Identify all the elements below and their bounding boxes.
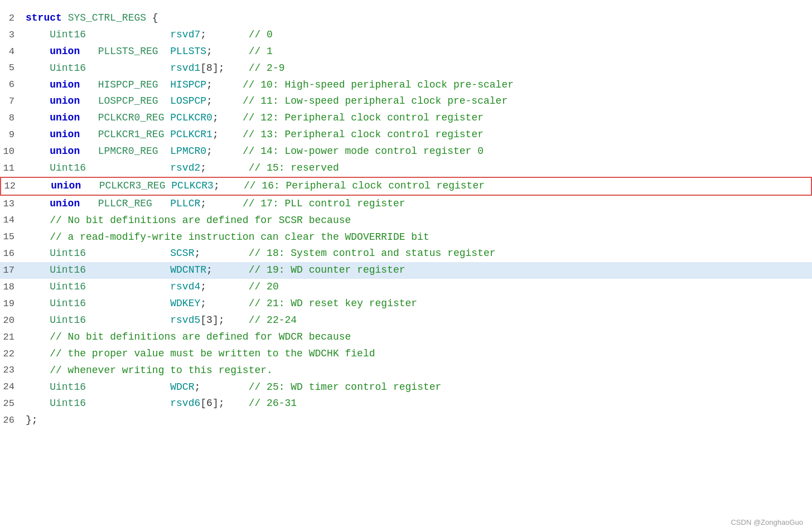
line-content: union LPMCR0_REG LPMCR0; // 14: Low-powe… — [21, 144, 812, 159]
table-row: 14 // No bit definitions are defined for… — [0, 212, 812, 229]
line-number: 19 — [0, 297, 21, 311]
table-row: 24 Uint16 WDCR; // 25: WD timer control … — [0, 379, 812, 396]
line-content: union HISPCP_REG HISPCP; // 10: High-spe… — [21, 78, 812, 93]
line-number: 5 — [0, 61, 21, 75]
table-row: 26}; — [0, 412, 812, 429]
table-row: 3 Uint16 rsvd7; // 0 — [0, 27, 812, 43]
line-number: 16 — [0, 246, 21, 261]
line-content: Uint16 SCSR; // 18: System control and s… — [21, 246, 812, 262]
code-container: 2struct SYS_CTRL_REGS {3 Uint16 rsvd7; /… — [0, 6, 812, 527]
table-row: 18 Uint16 rsvd4; // 20 — [0, 279, 812, 296]
table-row: 21 // No bit definitions are defined for… — [0, 329, 812, 346]
line-content: Uint16 rsvd1[8]; // 2-9 — [21, 61, 812, 76]
line-number: 26 — [0, 413, 21, 428]
line-number: 23 — [0, 363, 21, 378]
line-number: 9 — [0, 128, 21, 142]
line-number: 22 — [0, 347, 21, 361]
line-content: Uint16 rsvd6[6]; // 26-31 — [21, 396, 812, 412]
table-row: 6 union HISPCP_REG HISPCP; // 10: High-s… — [0, 77, 812, 94]
line-number: 11 — [0, 161, 21, 176]
line-number: 12 — [1, 179, 22, 194]
table-row: 17 Uint16 WDCNTR; // 19: WD counter regi… — [0, 262, 812, 279]
line-content: Uint16 WDCNTR; // 19: WD counter registe… — [21, 263, 812, 278]
table-row: 4 union PLLSTS_REG PLLSTS; // 1 — [0, 43, 812, 60]
line-content: union PLLSTS_REG PLLSTS; // 1 — [21, 44, 812, 60]
line-number: 17 — [0, 263, 21, 278]
line-number: 4 — [0, 45, 21, 59]
line-content: union PCLKCR0_REG PCLKCR0; // 12: Periph… — [21, 110, 812, 126]
table-row: 8 union PCLKCR0_REG PCLKCR0; // 12: Peri… — [0, 110, 812, 127]
table-row: 20 Uint16 rsvd5[3]; // 22-24 — [0, 312, 812, 329]
line-number: 13 — [0, 197, 21, 211]
table-row: 25 Uint16 rsvd6[6]; // 26-31 — [0, 395, 812, 412]
line-content: // No bit definitions are defined for SC… — [21, 213, 812, 229]
table-row: 15 // a read-modify-write instruction ca… — [0, 229, 812, 246]
line-number: 25 — [0, 397, 21, 411]
table-row: 23 // whenever writing to this register. — [0, 362, 812, 379]
line-content: // No bit definitions are defined for WD… — [21, 330, 812, 345]
table-row: 12 union PCLKCR3_REG PCLKCR3; // 16: Per… — [0, 177, 812, 196]
line-number: 2 — [0, 11, 21, 26]
line-content: Uint16 WDKEY; // 21: WD reset key regist… — [21, 296, 812, 312]
table-row: 19 Uint16 WDKEY; // 21: WD reset key reg… — [0, 296, 812, 312]
line-number: 18 — [0, 280, 21, 294]
line-number: 24 — [0, 380, 21, 394]
line-content: Uint16 rsvd5[3]; // 22-24 — [21, 313, 812, 328]
line-number: 6 — [0, 78, 21, 92]
line-content: union LOSPCP_REG LOSPCP; // 11: Low-spee… — [21, 94, 812, 109]
line-number: 14 — [0, 213, 21, 228]
line-content: struct SYS_CTRL_REGS { — [21, 11, 812, 26]
table-row: 22 // the proper value must be written t… — [0, 346, 812, 362]
table-row: 11 Uint16 rsvd2; // 15: reserved — [0, 160, 812, 177]
table-row: 7 union LOSPCP_REG LOSPCP; // 11: Low-sp… — [0, 93, 812, 110]
line-content: Uint16 WDCR; // 25: WD timer control reg… — [21, 380, 812, 395]
table-row: 16 Uint16 SCSR; // 18: System control an… — [0, 245, 812, 262]
line-content: Uint16 rsvd4; // 20 — [21, 279, 812, 295]
table-row: 13 union PLLCR_REG PLLCR; // 17: PLL con… — [0, 196, 812, 212]
table-row: 9 union PCLKCR1_REG PCLKCR1; // 13: Peri… — [0, 127, 812, 143]
line-content: Uint16 rsvd2; // 15: reserved — [21, 161, 812, 176]
line-number: 15 — [0, 230, 21, 244]
line-content: // whenever writing to this register. — [21, 363, 812, 379]
table-row: 2struct SYS_CTRL_REGS { — [0, 10, 812, 27]
line-content: Uint16 rsvd7; // 0 — [21, 27, 812, 43]
line-number: 21 — [0, 330, 21, 345]
line-content: // the proper value must be written to t… — [21, 346, 812, 362]
line-number: 20 — [0, 313, 21, 328]
table-row: 5 Uint16 rsvd1[8]; // 2-9 — [0, 60, 812, 77]
line-content: // a read-modify-write instruction can c… — [21, 230, 812, 245]
line-content: union PCLKCR3_REG PCLKCR3; // 16: Periph… — [22, 178, 811, 194]
line-content: }; — [21, 413, 812, 428]
line-content: union PCLKCR1_REG PCLKCR1; // 13: Periph… — [21, 127, 812, 143]
table-row: 10 union LPMCR0_REG LPMCR0; // 14: Low-p… — [0, 143, 812, 160]
line-content: union PLLCR_REG PLLCR; // 17: PLL contro… — [21, 196, 812, 212]
line-number: 3 — [0, 28, 21, 42]
line-number: 10 — [0, 144, 21, 159]
line-number: 8 — [0, 111, 21, 125]
footer-brand: CSDN @ZonghaoGuo — [731, 517, 803, 527]
line-number: 7 — [0, 94, 21, 109]
